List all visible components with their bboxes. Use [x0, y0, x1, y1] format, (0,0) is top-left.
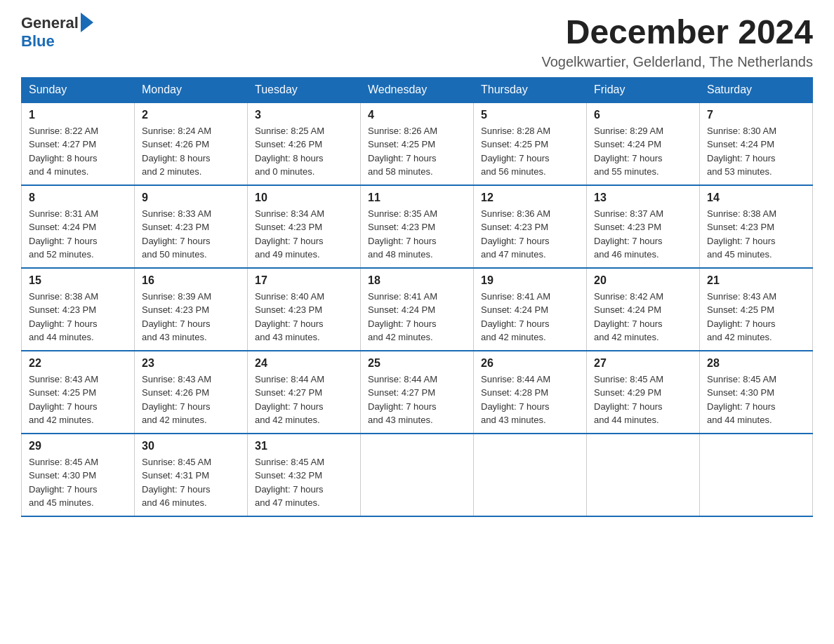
day-number: 11 [368, 192, 466, 204]
calendar-cell: 12 Sunrise: 8:36 AMSunset: 4:23 PMDaylig… [474, 185, 587, 268]
day-detail: Sunrise: 8:44 AMSunset: 4:27 PMDaylight:… [368, 373, 466, 427]
calendar-week-row: 22 Sunrise: 8:43 AMSunset: 4:25 PMDaylig… [22, 351, 813, 434]
day-detail: Sunrise: 8:45 AMSunset: 4:29 PMDaylight:… [594, 373, 692, 427]
calendar-cell: 17 Sunrise: 8:40 AMSunset: 4:23 PMDaylig… [248, 268, 361, 351]
day-number: 7 [707, 109, 805, 121]
day-detail: Sunrise: 8:22 AMSunset: 4:27 PMDaylight:… [29, 124, 127, 179]
day-detail: Sunrise: 8:44 AMSunset: 4:28 PMDaylight:… [481, 373, 579, 427]
day-detail: Sunrise: 8:43 AMSunset: 4:25 PMDaylight:… [707, 290, 805, 344]
calendar-header-tuesday: Tuesday [248, 77, 361, 102]
calendar-cell [700, 434, 813, 516]
day-detail: Sunrise: 8:24 AMSunset: 4:26 PMDaylight:… [142, 124, 240, 179]
calendar-cell: 6 Sunrise: 8:29 AMSunset: 4:24 PMDayligh… [587, 102, 700, 185]
logo: General Blue [21, 14, 93, 51]
day-number: 17 [255, 274, 353, 287]
calendar-cell: 9 Sunrise: 8:33 AMSunset: 4:23 PMDayligh… [135, 185, 248, 268]
day-detail: Sunrise: 8:43 AMSunset: 4:25 PMDaylight:… [29, 373, 127, 427]
day-number: 31 [255, 440, 353, 452]
calendar-cell [474, 434, 587, 516]
calendar-cell [587, 434, 700, 516]
logo-text-blue: Blue [21, 32, 55, 50]
calendar-cell: 28 Sunrise: 8:45 AMSunset: 4:30 PMDaylig… [700, 351, 813, 434]
day-detail: Sunrise: 8:37 AMSunset: 4:23 PMDaylight:… [594, 207, 692, 262]
day-detail: Sunrise: 8:40 AMSunset: 4:23 PMDaylight:… [255, 290, 353, 344]
calendar-cell: 13 Sunrise: 8:37 AMSunset: 4:23 PMDaylig… [587, 185, 700, 268]
day-number: 14 [707, 192, 805, 204]
calendar-cell: 27 Sunrise: 8:45 AMSunset: 4:29 PMDaylig… [587, 351, 700, 434]
day-number: 19 [481, 274, 579, 287]
day-number: 4 [368, 109, 466, 121]
day-detail: Sunrise: 8:44 AMSunset: 4:27 PMDaylight:… [255, 373, 353, 427]
calendar-week-row: 8 Sunrise: 8:31 AMSunset: 4:24 PMDayligh… [22, 185, 813, 268]
day-detail: Sunrise: 8:41 AMSunset: 4:24 PMDaylight:… [368, 290, 466, 344]
day-number: 29 [29, 440, 127, 452]
calendar-cell: 18 Sunrise: 8:41 AMSunset: 4:24 PMDaylig… [361, 268, 474, 351]
calendar-cell: 20 Sunrise: 8:42 AMSunset: 4:24 PMDaylig… [587, 268, 700, 351]
day-detail: Sunrise: 8:30 AMSunset: 4:24 PMDaylight:… [707, 124, 805, 179]
day-number: 23 [142, 357, 240, 370]
day-number: 13 [594, 192, 692, 204]
day-detail: Sunrise: 8:45 AMSunset: 4:31 PMDaylight:… [142, 455, 240, 510]
day-number: 18 [368, 274, 466, 287]
day-detail: Sunrise: 8:38 AMSunset: 4:23 PMDaylight:… [29, 290, 127, 344]
calendar-cell: 11 Sunrise: 8:35 AMSunset: 4:23 PMDaylig… [361, 185, 474, 268]
day-number: 22 [29, 357, 127, 370]
day-detail: Sunrise: 8:26 AMSunset: 4:25 PMDaylight:… [368, 124, 466, 179]
calendar-header-sunday: Sunday [22, 77, 135, 102]
logo-arrow-icon [81, 13, 93, 32]
day-detail: Sunrise: 8:43 AMSunset: 4:26 PMDaylight:… [142, 373, 240, 427]
calendar-cell: 29 Sunrise: 8:45 AMSunset: 4:30 PMDaylig… [22, 434, 135, 516]
day-detail: Sunrise: 8:25 AMSunset: 4:26 PMDaylight:… [255, 124, 353, 179]
day-detail: Sunrise: 8:28 AMSunset: 4:25 PMDaylight:… [481, 124, 579, 179]
day-number: 10 [255, 192, 353, 204]
day-number: 12 [481, 192, 579, 204]
day-detail: Sunrise: 8:42 AMSunset: 4:24 PMDaylight:… [594, 290, 692, 344]
calendar-cell: 3 Sunrise: 8:25 AMSunset: 4:26 PMDayligh… [248, 102, 361, 185]
calendar-cell: 24 Sunrise: 8:44 AMSunset: 4:27 PMDaylig… [248, 351, 361, 434]
calendar-cell: 8 Sunrise: 8:31 AMSunset: 4:24 PMDayligh… [22, 185, 135, 268]
location-subtitle: Vogelkwartier, Gelderland, The Netherlan… [541, 54, 813, 70]
day-number: 3 [255, 109, 353, 121]
calendar-cell: 5 Sunrise: 8:28 AMSunset: 4:25 PMDayligh… [474, 102, 587, 185]
day-number: 15 [29, 274, 127, 287]
day-number: 2 [142, 109, 240, 121]
day-number: 28 [707, 357, 805, 370]
day-detail: Sunrise: 8:29 AMSunset: 4:24 PMDaylight:… [594, 124, 692, 179]
day-number: 20 [594, 274, 692, 287]
month-year-title: December 2024 [541, 14, 813, 51]
calendar-week-row: 15 Sunrise: 8:38 AMSunset: 4:23 PMDaylig… [22, 268, 813, 351]
day-detail: Sunrise: 8:31 AMSunset: 4:24 PMDaylight:… [29, 207, 127, 262]
day-detail: Sunrise: 8:38 AMSunset: 4:23 PMDaylight:… [707, 207, 805, 262]
day-detail: Sunrise: 8:34 AMSunset: 4:23 PMDaylight:… [255, 207, 353, 262]
day-number: 26 [481, 357, 579, 370]
calendar-cell: 1 Sunrise: 8:22 AMSunset: 4:27 PMDayligh… [22, 102, 135, 185]
logo-text-general: General [21, 14, 79, 32]
calendar-table: SundayMondayTuesdayWednesdayThursdayFrid… [21, 77, 813, 517]
calendar-cell: 16 Sunrise: 8:39 AMSunset: 4:23 PMDaylig… [135, 268, 248, 351]
day-detail: Sunrise: 8:35 AMSunset: 4:23 PMDaylight:… [368, 207, 466, 262]
day-number: 24 [255, 357, 353, 370]
calendar-cell: 30 Sunrise: 8:45 AMSunset: 4:31 PMDaylig… [135, 434, 248, 516]
day-number: 16 [142, 274, 240, 287]
day-detail: Sunrise: 8:45 AMSunset: 4:30 PMDaylight:… [707, 373, 805, 427]
calendar-cell: 23 Sunrise: 8:43 AMSunset: 4:26 PMDaylig… [135, 351, 248, 434]
calendar-cell: 2 Sunrise: 8:24 AMSunset: 4:26 PMDayligh… [135, 102, 248, 185]
calendar-cell: 19 Sunrise: 8:41 AMSunset: 4:24 PMDaylig… [474, 268, 587, 351]
calendar-cell: 25 Sunrise: 8:44 AMSunset: 4:27 PMDaylig… [361, 351, 474, 434]
calendar-cell: 31 Sunrise: 8:45 AMSunset: 4:32 PMDaylig… [248, 434, 361, 516]
day-number: 9 [142, 192, 240, 204]
calendar-cell: 22 Sunrise: 8:43 AMSunset: 4:25 PMDaylig… [22, 351, 135, 434]
calendar-cell: 7 Sunrise: 8:30 AMSunset: 4:24 PMDayligh… [700, 102, 813, 185]
calendar-week-row: 29 Sunrise: 8:45 AMSunset: 4:30 PMDaylig… [22, 434, 813, 516]
calendar-cell: 21 Sunrise: 8:43 AMSunset: 4:25 PMDaylig… [700, 268, 813, 351]
day-number: 6 [594, 109, 692, 121]
day-detail: Sunrise: 8:39 AMSunset: 4:23 PMDaylight:… [142, 290, 240, 344]
day-detail: Sunrise: 8:41 AMSunset: 4:24 PMDaylight:… [481, 290, 579, 344]
calendar-header-wednesday: Wednesday [361, 77, 474, 102]
day-detail: Sunrise: 8:36 AMSunset: 4:23 PMDaylight:… [481, 207, 579, 262]
title-block: December 2024 Vogelkwartier, Gelderland,… [541, 14, 813, 70]
page-header: General Blue December 2024 Vogelkwartier… [21, 14, 813, 70]
day-number: 21 [707, 274, 805, 287]
calendar-cell [361, 434, 474, 516]
calendar-header-friday: Friday [587, 77, 700, 102]
